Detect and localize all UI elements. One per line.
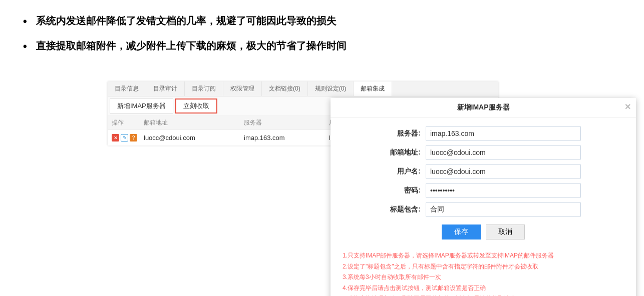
delete-icon[interactable]: ✕: [112, 134, 119, 142]
dialog-title: 新增IMAP服务器: [457, 103, 510, 112]
tab-bar: 目录信息 目录审计 目录订阅 权限管理 文档链接(0) 规则设定(0) 邮箱集成: [108, 82, 498, 96]
note-item: 4.保存完毕后请点击测试按钮，测试邮箱设置是否正确: [343, 283, 624, 294]
help-icon[interactable]: ?: [130, 134, 137, 142]
label-password: 密码:: [346, 186, 426, 195]
close-icon[interactable]: ✕: [624, 102, 631, 112]
row-user: 用户名:: [346, 164, 621, 178]
password-input[interactable]: [426, 184, 581, 198]
note-item: 2.设定了"标题包含"之后，只有标题中含有指定字符的邮件附件才会被收取: [343, 262, 624, 272]
cancel-button[interactable]: 取消: [486, 224, 525, 240]
save-button[interactable]: 保存: [442, 224, 481, 240]
note-item: 5.建议定期清理邮箱，删除不需要的邮件，以保证最快的收取速度: [343, 294, 624, 296]
server-input[interactable]: [426, 126, 581, 140]
add-imap-server-button[interactable]: 新增IMAP服务器: [110, 98, 173, 114]
bullet-item: 直接提取邮箱附件，减少附件上传下载的麻烦，极大的节省了操作时间: [20, 38, 624, 54]
edit-icon[interactable]: ✎: [121, 134, 128, 142]
row-addr: 邮箱地址:: [346, 146, 621, 160]
dialog-title-bar: 新增IMAP服务器 ✕: [331, 98, 636, 118]
col-addr: 邮箱地址: [144, 118, 244, 127]
label-server: 服务器:: [346, 129, 426, 138]
row-password: 密码:: [346, 184, 621, 198]
col-ops: 操作: [112, 118, 144, 127]
row-ops: ✕ ✎ ?: [112, 134, 144, 142]
col-srv: 服务器: [244, 118, 329, 127]
dialog-actions: 保存 取消: [346, 222, 621, 246]
dialog-notes: 1.只支持IMAP邮件服务器，请选择IMAP服务器或转发至支持IMAP的邮件服务…: [331, 248, 636, 296]
addr-input[interactable]: [426, 146, 581, 160]
row-server: 服务器:: [346, 126, 621, 140]
label-user: 用户名:: [346, 167, 426, 176]
feature-bullets: 系统内发送邮件降低了发错文档的几率，规避了可能因此导致的损失 直接提取邮箱附件，…: [0, 0, 644, 54]
label-addr: 邮箱地址:: [346, 148, 426, 157]
cell-addr: luocc@cdoui.com: [144, 134, 244, 142]
user-input[interactable]: [426, 164, 581, 178]
note-item: 3.系统每3小时自动收取所有邮件一次: [343, 272, 624, 283]
tab-dir-audit[interactable]: 目录审计: [146, 82, 185, 96]
row-subject: 标题包含:: [346, 202, 621, 216]
tab-mail-integration[interactable]: 邮箱集成: [354, 82, 392, 96]
tab-dir-sub[interactable]: 目录订阅: [185, 82, 223, 96]
bullet-item: 系统内发送邮件降低了发错文档的几率，规避了可能因此导致的损失: [20, 12, 624, 28]
tab-doc-link[interactable]: 文档链接(0): [262, 82, 308, 96]
fetch-now-button[interactable]: 立刻收取: [175, 98, 217, 114]
dialog-form: 服务器: 邮箱地址: 用户名: 密码: 标题包含: 保存 取消: [331, 118, 636, 248]
tab-rules[interactable]: 规则设定(0): [308, 82, 354, 96]
cell-srv: imap.163.com: [244, 134, 329, 142]
add-imap-dialog: 新增IMAP服务器 ✕ 服务器: 邮箱地址: 用户名: 密码: 标题包含: 保存…: [331, 98, 636, 296]
label-subject: 标题包含:: [346, 205, 426, 214]
note-item: 1.只支持IMAP邮件服务器，请选择IMAP服务器或转发至支持IMAP的邮件服务…: [343, 250, 624, 262]
tab-dir-info[interactable]: 目录信息: [108, 82, 146, 96]
tab-perm[interactable]: 权限管理: [223, 82, 262, 96]
subject-input[interactable]: [426, 202, 581, 216]
